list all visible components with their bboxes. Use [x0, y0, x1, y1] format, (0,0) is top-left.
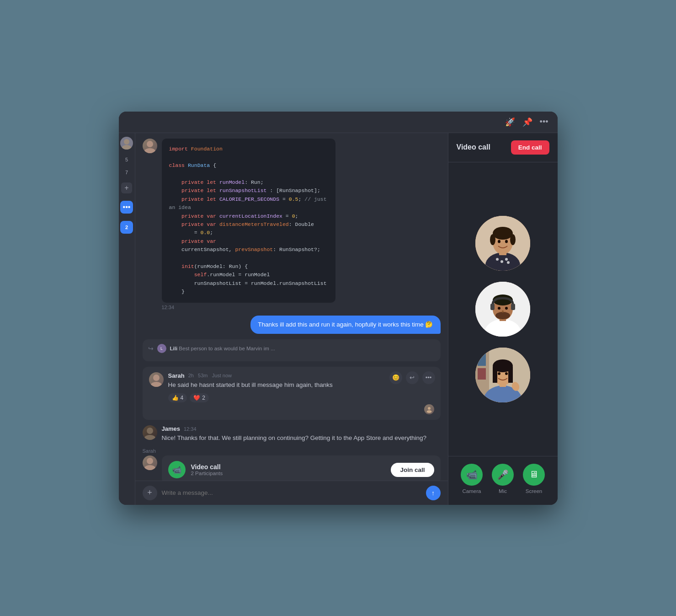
- lili-small-avatar: L: [157, 344, 166, 353]
- reply-action-button[interactable]: ↩: [406, 371, 419, 384]
- more-icon[interactable]: •••: [540, 117, 548, 127]
- james-name: James: [162, 425, 180, 432]
- rocket-icon[interactable]: 🚀: [505, 117, 515, 127]
- bubble-message-container: Thanks ill add this and run it again, ho…: [143, 316, 441, 334]
- video-call-row: 📹 Video call 2 Participants Join call 12…: [143, 455, 441, 480]
- video-call-avatar: [143, 455, 157, 470]
- svg-point-22: [493, 227, 513, 240]
- sarah-avatar: [149, 372, 164, 387]
- svg-point-38: [502, 310, 504, 312]
- heart-emoji: ❤️: [193, 395, 200, 401]
- video-call-icon: 📹: [168, 461, 186, 478]
- svg-point-5: [151, 382, 162, 387]
- sender-avatar: [143, 139, 157, 153]
- svg-point-24: [510, 234, 516, 245]
- svg-point-4: [153, 375, 160, 381]
- thumbs-up-emoji: 👍: [172, 395, 179, 401]
- svg-point-50: [498, 372, 500, 375]
- svg-point-51: [505, 372, 508, 375]
- controls-row: 📹 Camera 🎤 Mic 🖥 Screen: [456, 464, 550, 494]
- main-content: 5 7 + ••• 2 import: [119, 133, 558, 505]
- svg-point-9: [144, 435, 155, 440]
- sidebar-badge[interactable]: 2: [120, 221, 133, 234]
- code-message: import Foundation class RunData { privat…: [143, 139, 441, 310]
- forward-preview: ↪ L Lili Best person to ask would be Mar…: [148, 344, 435, 353]
- video-call-text: Video call 2 Participants: [191, 463, 223, 476]
- emoji-action-button[interactable]: 😊: [389, 371, 402, 384]
- video-call-subtitle: 2 Participants: [191, 471, 223, 476]
- sidebar-num-5[interactable]: 5: [125, 157, 128, 162]
- heart-count: 2: [202, 395, 205, 401]
- thumbs-up-reaction[interactable]: 👍 4: [168, 393, 187, 402]
- video-call-section: Sarah 📹: [143, 448, 441, 480]
- svg-rect-33: [490, 304, 495, 310]
- svg-point-0: [124, 139, 129, 145]
- end-call-button[interactable]: End call: [511, 140, 549, 155]
- read-indicator: [424, 404, 434, 414]
- attach-button[interactable]: +: [143, 486, 157, 500]
- svg-point-25: [498, 240, 500, 243]
- mic-control: 🎤 Mic: [492, 464, 514, 494]
- bubble-message: Thanks ill add this and run it again, ho…: [250, 316, 440, 334]
- svg-point-7: [426, 410, 431, 413]
- message-input[interactable]: [162, 489, 421, 496]
- svg-point-11: [144, 465, 155, 470]
- reactions-row: 👍 4 ❤️ 2: [168, 393, 434, 402]
- screen-button[interactable]: 🖥: [523, 464, 545, 486]
- sarah-time-2h: 2h: [188, 373, 194, 378]
- sidebar-avatar[interactable]: [120, 137, 133, 150]
- sarah-name: Sarah: [168, 372, 185, 379]
- screen-control: 🖥 Screen: [523, 464, 545, 494]
- send-button[interactable]: ↑: [426, 486, 441, 500]
- sarah-msg-row: Sarah 2h 53m Just now He said he hasnt s…: [149, 372, 434, 402]
- thumbs-up-count: 4: [181, 395, 184, 401]
- screen-label: Screen: [526, 488, 542, 494]
- join-call-button[interactable]: Join call: [391, 463, 434, 477]
- svg-point-1: [122, 145, 131, 150]
- james-msg-text: Nice! Thanks for that. We still planning…: [162, 434, 441, 443]
- svg-rect-34: [511, 304, 515, 310]
- sarah-message-card: Sarah 2h 53m Just now He said he hasnt s…: [143, 367, 441, 420]
- code-timestamp: 12:34: [162, 305, 335, 310]
- sidebar: 5 7 + ••• 2: [119, 133, 135, 505]
- lili-name: Lili: [170, 346, 178, 351]
- heart-reaction[interactable]: ❤️ 2: [190, 393, 209, 402]
- svg-point-26: [505, 240, 508, 243]
- sidebar-num-7[interactable]: 7: [125, 170, 128, 175]
- video-panel: Video call End call: [448, 133, 558, 505]
- svg-point-36: [498, 307, 500, 310]
- chat-input-area: + ↑: [135, 481, 448, 505]
- more-action-button[interactable]: •••: [422, 371, 435, 384]
- pin-icon[interactable]: 📌: [522, 117, 532, 127]
- sarah-msg-actions: 😊 ↩ •••: [389, 371, 435, 384]
- svg-point-2: [147, 141, 153, 147]
- video-panel-title: Video call: [457, 143, 490, 151]
- chat-messages: import Foundation class RunData { privat…: [135, 133, 448, 481]
- svg-point-3: [144, 148, 155, 153]
- add-channel-button[interactable]: +: [121, 182, 132, 193]
- code-message-content: import Foundation class RunData { privat…: [162, 139, 335, 310]
- sidebar-active-item[interactable]: •••: [120, 201, 133, 214]
- sarah-time-justnow: Just now: [212, 373, 232, 378]
- participant-1-avatar: [475, 216, 530, 271]
- mic-button[interactable]: 🎤: [492, 464, 514, 486]
- svg-rect-49: [508, 367, 513, 383]
- video-call-title: Video call: [191, 463, 223, 471]
- camera-button[interactable]: 📹: [461, 464, 483, 486]
- james-msg-content: James 12:34 Nice! Thanks for that. We st…: [162, 425, 441, 443]
- video-call-card: 📹 Video call 2 Participants Join call: [162, 455, 441, 480]
- header-bar: 🚀 📌 •••: [119, 112, 558, 133]
- participant-3-avatar: [475, 348, 530, 402]
- forward-sender: Lili Best person to ask would be Marvin …: [170, 346, 275, 351]
- participant-2-avatar: [475, 282, 530, 337]
- svg-point-37: [505, 307, 508, 310]
- svg-rect-43: [478, 368, 486, 380]
- svg-point-16: [496, 258, 499, 261]
- sarah-time: 2h 53m Just now: [188, 373, 232, 378]
- svg-point-10: [147, 458, 153, 464]
- svg-point-18: [505, 258, 508, 261]
- svg-rect-48: [493, 367, 497, 383]
- james-message: James 12:34 Nice! Thanks for that. We st…: [143, 425, 441, 443]
- camera-label: Camera: [463, 488, 481, 494]
- svg-point-8: [147, 428, 153, 434]
